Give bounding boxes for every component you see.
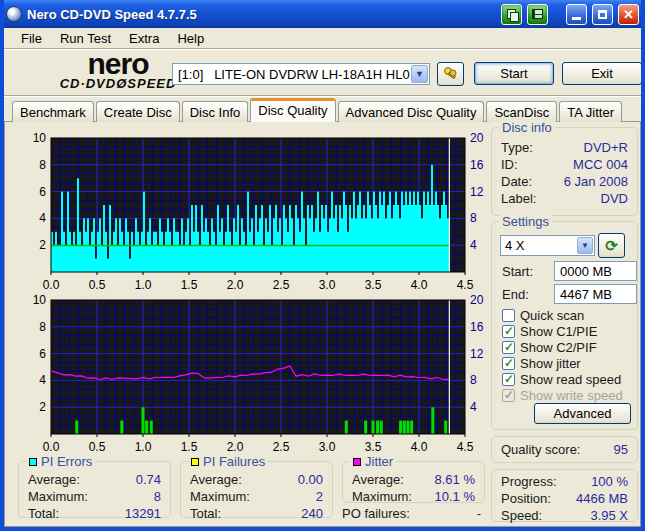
- tab-benchmark[interactable]: Benchmark: [12, 101, 94, 122]
- checkbox-show-c1-pie[interactable]: Show C1/PIE: [502, 324, 597, 339]
- svg-text:8: 8: [39, 158, 46, 172]
- stat-row-position-: Position:4466 MB: [492, 490, 637, 507]
- row-value: DVD: [601, 190, 628, 207]
- row-value: 13291: [125, 505, 161, 522]
- svg-text:3.0: 3.0: [319, 440, 336, 452]
- checkbox-show-jitter[interactable]: Show jitter: [502, 356, 581, 371]
- row-label: Average:: [190, 471, 242, 488]
- copy-icon[interactable]: [501, 4, 522, 25]
- row-label: Average:: [352, 471, 404, 488]
- svg-text:16: 16: [470, 158, 484, 172]
- stat-row-total-: Total:240: [181, 505, 332, 522]
- checkbox-label: Quick scan: [520, 308, 584, 323]
- chevron-down-icon[interactable]: ▼: [411, 65, 428, 83]
- tab-disc-quality[interactable]: Disc Quality: [250, 98, 335, 122]
- checkbox-label: Show write speed: [520, 388, 623, 403]
- svg-text:3.0: 3.0: [319, 278, 336, 290]
- checkbox-label: Show jitter: [520, 356, 581, 371]
- row-label: Speed:: [501, 507, 542, 524]
- svg-text:6: 6: [39, 347, 46, 361]
- checkbox-show-c2-pif[interactable]: Show C2/PIF: [502, 340, 597, 355]
- menu-item-run-test[interactable]: Run Test: [51, 29, 120, 48]
- advanced-button[interactable]: Advanced: [534, 403, 631, 424]
- svg-text:8: 8: [470, 373, 477, 387]
- row-value: MCC 004: [573, 156, 628, 173]
- svg-text:20: 20: [470, 293, 484, 307]
- svg-text:4: 4: [470, 400, 477, 414]
- checkbox-icon[interactable]: [502, 373, 515, 386]
- pi-errors-chart: 246810481216200.00.51.01.52.02.53.03.54.…: [18, 128, 484, 290]
- svg-text:10: 10: [33, 293, 47, 307]
- scan-speed-select[interactable]: 4 X ▼: [500, 235, 595, 256]
- svg-text:2.5: 2.5: [273, 440, 290, 452]
- settings-group: Settings 4 X ▼ ⟳ Start: 0000 MB End: 446…: [491, 221, 638, 430]
- menu-item-help[interactable]: Help: [168, 29, 213, 48]
- svg-text:12: 12: [470, 347, 484, 361]
- svg-text:4: 4: [470, 238, 477, 252]
- start-field[interactable]: 0000 MB: [554, 261, 637, 281]
- progress-group: Progress:100 %Position:4466 MBSpeed:3.95…: [491, 469, 638, 522]
- tab-create-disc[interactable]: Create Disc: [96, 101, 180, 122]
- row-value: 0.74: [136, 471, 161, 488]
- header: nero CD·DVDØSPEED [1:0] LITE-ON DVDRW LH…: [4, 50, 641, 96]
- checkbox-icon[interactable]: [502, 325, 515, 338]
- end-field-label: End:: [502, 287, 529, 302]
- row-value: 2: [316, 488, 323, 505]
- maximize-icon[interactable]: [592, 4, 613, 25]
- chevron-down-icon[interactable]: ▼: [577, 237, 593, 254]
- po-failures-label: PO failures:: [342, 505, 410, 522]
- svg-text:1.0: 1.0: [135, 278, 152, 290]
- settings-title: Settings: [499, 214, 552, 229]
- po-failures-row: PO failures: -: [342, 505, 485, 522]
- stat-row-date-: Date:6 Jan 2008: [492, 173, 637, 190]
- tab-scandisc[interactable]: ScanDisc: [486, 101, 557, 122]
- refresh-button[interactable]: ⟳: [598, 233, 625, 258]
- tab-disc-info[interactable]: Disc Info: [182, 101, 249, 122]
- row-value: DVD+R: [584, 139, 628, 156]
- checkbox-label: Show C2/PIF: [520, 340, 597, 355]
- svg-text:1.5: 1.5: [181, 278, 198, 290]
- quality-score-label: Quality score:: [501, 441, 580, 458]
- tab-advanced-disc-quality[interactable]: Advanced Disc Quality: [338, 101, 485, 122]
- menu-item-file[interactable]: File: [12, 29, 51, 48]
- row-label: Total:: [190, 505, 221, 522]
- checkbox-label: Show C1/PIE: [520, 324, 597, 339]
- minimize-icon[interactable]: [566, 4, 587, 25]
- pi-failures-swatch-icon: [191, 458, 199, 466]
- jitter-swatch-icon: [353, 458, 361, 466]
- window-title: Nero CD-DVD Speed 4.7.7.5: [27, 7, 496, 22]
- close-icon[interactable]: ✕: [618, 4, 639, 25]
- pi-errors-stats-group: PI Errors Average:0.74Maximum:8Total:132…: [18, 461, 171, 518]
- checkbox-show-read-speed[interactable]: Show read speed: [502, 372, 621, 387]
- row-label: Position:: [501, 490, 551, 507]
- pi-errors-stats-title: PI Errors: [41, 454, 92, 469]
- pi-failures-stats-title: PI Failures: [203, 454, 265, 469]
- app-icon: [6, 6, 22, 22]
- exit-button[interactable]: Exit: [562, 62, 642, 85]
- checkbox-show-write-speed: Show write speed: [502, 388, 623, 403]
- svg-text:16: 16: [470, 320, 484, 334]
- row-label: Label:: [501, 190, 536, 207]
- end-field[interactable]: 4467 MB: [554, 284, 637, 304]
- checkbox-quick-scan[interactable]: Quick scan: [502, 308, 584, 323]
- svg-text:3.5: 3.5: [365, 278, 382, 290]
- row-value: 8.61 %: [435, 471, 475, 488]
- svg-text:4: 4: [39, 373, 46, 387]
- start-button[interactable]: Start: [474, 62, 554, 85]
- checkbox-icon[interactable]: [502, 357, 515, 370]
- menu-item-extra[interactable]: Extra: [120, 29, 168, 48]
- drive-select[interactable]: [1:0] LITE-ON DVDRW LH-18A1H HL09 ▼: [172, 63, 430, 85]
- pi-failures-stats-group: PI Failures Average:0.00Maximum:2Total:2…: [180, 461, 333, 518]
- svg-text:1.5: 1.5: [181, 440, 198, 452]
- svg-text:0.0: 0.0: [43, 440, 60, 452]
- disc-info-group: Disc info Type:DVD+RID:MCC 004Date:6 Jan…: [491, 127, 638, 216]
- quality-score-value: 95: [614, 441, 628, 458]
- drive-keys-button[interactable]: [437, 62, 464, 86]
- tab-ta-jitter[interactable]: TA Jitter: [559, 101, 622, 122]
- checkbox-icon[interactable]: [502, 341, 515, 354]
- svg-text:1.0: 1.0: [135, 440, 152, 452]
- save-icon[interactable]: [527, 4, 548, 25]
- svg-text:3.5: 3.5: [365, 440, 382, 452]
- stat-row-maximum-: Maximum:8: [19, 488, 170, 505]
- checkbox-icon[interactable]: [502, 309, 515, 322]
